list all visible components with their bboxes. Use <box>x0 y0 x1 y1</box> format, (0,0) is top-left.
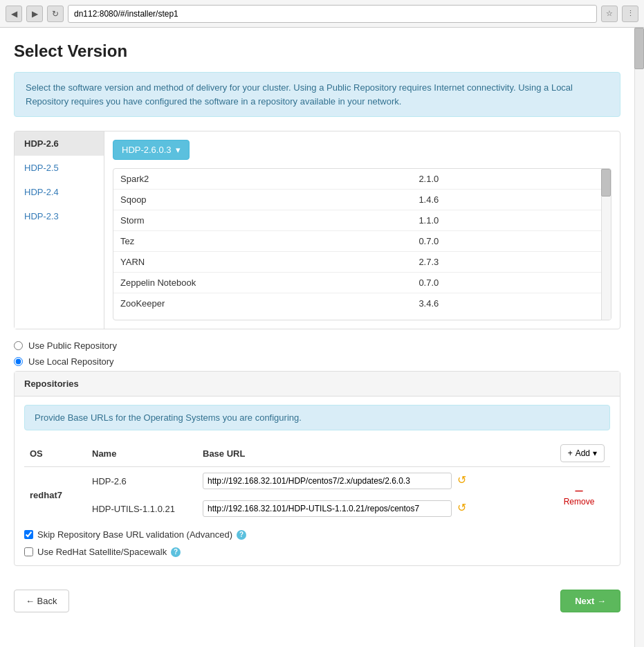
repo-url-cell-hdp-utils: ↺ <box>197 495 548 522</box>
sidebar-item-hdp24[interactable]: HDP-2.4 <box>15 180 104 204</box>
page-scrollbar-thumb[interactable] <box>634 28 644 69</box>
footer-bar: ← Back Next → <box>0 580 634 622</box>
page-title: Select Version <box>14 42 620 61</box>
local-repo-radio[interactable] <box>14 357 23 366</box>
table-row: HDP-UTILS-1.1.0.21 ↺ <box>24 495 610 522</box>
refresh-btn-hdp-utils[interactable]: ↺ <box>454 501 469 514</box>
page-wrapper: Select Version Select the software versi… <box>0 28 644 647</box>
package-row: Spark22.1.0 <box>113 169 611 190</box>
local-repo-option[interactable]: Use Local Repository <box>14 356 620 367</box>
skip-validation-checkbox[interactable] <box>24 530 33 539</box>
package-version: 2.7.3 <box>412 252 611 273</box>
package-name: Tez <box>113 231 412 252</box>
packages-table: Spark22.1.0Sqoop1.4.6Storm1.1.0Tez0.7.0Y… <box>113 169 611 313</box>
next-button[interactable]: Next → <box>560 590 620 612</box>
repositories-section: Repositories Provide Base URLs for the O… <box>14 371 620 566</box>
package-row: Tez0.7.0 <box>113 231 611 252</box>
package-row: ZooKeeper3.4.6 <box>113 293 611 314</box>
package-name: ZooKeeper <box>113 293 412 314</box>
sidebar-item-hdp23[interactable]: HDP-2.3 <box>15 204 104 228</box>
menu-icon[interactable]: ⋮ <box>622 6 638 22</box>
repo-url-input-hdp-utils[interactable] <box>203 500 452 517</box>
col-base-url: Base URL <box>197 440 548 467</box>
satellite-help-icon[interactable]: ? <box>171 547 181 557</box>
add-chevron-icon: ▾ <box>593 448 597 458</box>
repo-url-input-hdp26[interactable] <box>203 473 452 489</box>
package-name: Zeppelin Notebook <box>113 273 412 293</box>
table-row: redhat7 HDP-2.6 ↺ – Remove <box>24 467 610 495</box>
skip-validation-help-icon[interactable]: ? <box>237 530 246 540</box>
package-name: Sqoop <box>113 190 412 210</box>
back-nav-btn[interactable]: ◀ <box>6 6 22 22</box>
package-version: 2.1.0 <box>412 169 611 190</box>
sidebar-item-hdp25[interactable]: HDP-2.5 <box>15 156 104 180</box>
version-sidebar: HDP-2.6 HDP-2.5 HDP-2.4 HDP-2.3 <box>15 131 104 329</box>
plus-icon: + <box>568 448 573 458</box>
col-name: Name <box>86 440 197 467</box>
package-name: Spark2 <box>113 169 412 190</box>
sidebar-item-hdp26[interactable]: HDP-2.6 <box>15 131 104 156</box>
page-scrollbar-track[interactable] <box>634 28 644 647</box>
add-btn-label: Add <box>576 448 590 458</box>
local-repo-label: Use Local Repository <box>28 356 114 367</box>
col-os: OS <box>24 440 86 467</box>
package-version: 0.7.0 <box>412 273 611 293</box>
provide-info-box: Provide Base URLs for the Operating Syst… <box>24 405 610 430</box>
package-version: 1.1.0 <box>412 210 611 231</box>
chevron-down-icon: ▾ <box>176 145 181 155</box>
repo-name-hdp-utils: HDP-UTILS-1.1.0.21 <box>86 495 197 522</box>
packages-scrollbar-track[interactable] <box>601 169 611 320</box>
main-layout: HDP-2.6 HDP-2.5 HDP-2.4 HDP-2.3 HDP-2.6.… <box>14 131 620 329</box>
col-add: + Add ▾ <box>548 440 610 467</box>
os-cell-redhat7: redhat7 <box>24 467 86 523</box>
reload-nav-btn[interactable]: ↻ <box>47 6 64 22</box>
package-name: YARN <box>113 252 412 273</box>
public-repo-radio[interactable] <box>14 341 23 350</box>
repo-name-hdp26: HDP-2.6 <box>86 467 197 495</box>
packages-scrollbar-thumb[interactable] <box>601 169 611 197</box>
skip-validation-row: Skip Repository Base URL validation (Adv… <box>24 529 610 540</box>
package-version: 1.4.6 <box>412 190 611 210</box>
skip-validation-label: Skip Repository Base URL validation (Adv… <box>37 529 232 540</box>
info-box: Select the software version and method o… <box>14 72 620 117</box>
version-panel: HDP-2.6.0.3 ▾ Spark22.1.0Sqoop1.4.6Storm… <box>104 131 620 329</box>
version-dropdown-btn[interactable]: HDP-2.6.0.3 ▾ <box>113 140 190 160</box>
package-row: Storm1.1.0 <box>113 210 611 231</box>
refresh-btn-hdp26[interactable]: ↺ <box>454 473 469 486</box>
package-row: Zeppelin Notebook0.7.0 <box>113 273 611 293</box>
package-row: Sqoop1.4.6 <box>113 190 611 210</box>
address-bar[interactable] <box>68 5 597 23</box>
browser-bar: ◀ ▶ ↻ ☆ ⋮ <box>0 0 644 28</box>
page-content: Select Version Select the software versi… <box>0 28 634 580</box>
repositories-body: Provide Base URLs for the Operating Syst… <box>15 397 620 565</box>
public-repo-option[interactable]: Use Public Repository <box>14 340 620 351</box>
satellite-row: Use RedHat Satellite/Spacewalk ? <box>24 547 610 557</box>
forward-nav-btn[interactable]: ▶ <box>26 6 43 22</box>
repo-url-cell-hdp26: ↺ <box>197 467 548 495</box>
satellite-checkbox[interactable] <box>24 547 33 556</box>
package-row: YARN2.7.3 <box>113 252 611 273</box>
package-name: Storm <box>113 210 412 231</box>
package-version: 3.4.6 <box>412 293 611 314</box>
package-version: 0.7.0 <box>412 231 611 252</box>
remove-icon-btn[interactable]: – <box>573 483 584 497</box>
repo-options: Use Public Repository Use Local Reposito… <box>14 340 620 367</box>
repositories-header: Repositories <box>15 372 620 397</box>
satellite-label: Use RedHat Satellite/Spacewalk <box>37 547 167 557</box>
back-button[interactable]: ← Back <box>14 590 69 612</box>
add-btn[interactable]: + Add ▾ <box>560 444 605 462</box>
remove-cell: – Remove <box>548 467 610 523</box>
version-dropdown-label: HDP-2.6.0.3 <box>122 145 172 155</box>
os-label-redhat7: redhat7 <box>30 490 62 500</box>
public-repo-label: Use Public Repository <box>28 340 117 351</box>
remove-label: Remove <box>553 497 605 507</box>
repo-table: OS Name Base URL + Add ▾ <box>24 440 610 522</box>
packages-table-wrapper: Spark22.1.0Sqoop1.4.6Storm1.1.0Tez0.7.0Y… <box>113 168 611 320</box>
bookmark-icon[interactable]: ☆ <box>601 6 618 22</box>
